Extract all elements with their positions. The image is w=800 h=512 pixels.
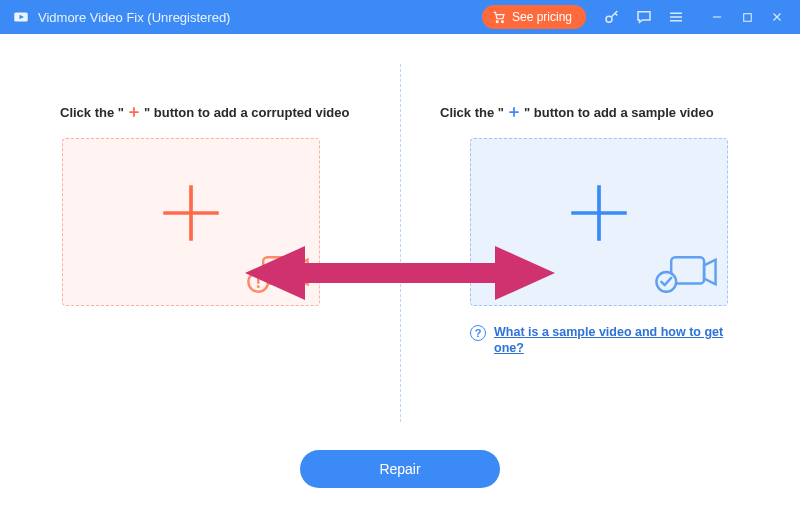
maximize-button[interactable]: [732, 4, 762, 30]
plus-icon: [154, 176, 228, 254]
plus-icon: [562, 176, 636, 254]
feedback-icon[interactable]: [632, 5, 656, 29]
add-sample-video-dropzone[interactable]: [470, 138, 728, 306]
plus-icon: [506, 104, 522, 120]
sample-instruction-post: " button to add a sample video: [524, 105, 714, 120]
svg-point-2: [496, 21, 498, 23]
repair-button[interactable]: Repair: [300, 450, 500, 488]
see-pricing-button[interactable]: See pricing: [482, 5, 586, 29]
add-corrupted-video-dropzone[interactable]: [62, 138, 320, 306]
see-pricing-label: See pricing: [512, 10, 572, 24]
corrupted-instruction: Click the " " button to add a corrupted …: [60, 104, 380, 120]
app-logo-icon: [12, 8, 30, 26]
corrupted-instruction-pre: Click the ": [60, 105, 124, 120]
corrupted-video-panel: Click the " " button to add a corrupted …: [60, 104, 380, 306]
svg-point-8: [257, 285, 260, 288]
vertical-divider: [400, 64, 401, 422]
corrupted-instruction-post: " button to add a corrupted video: [144, 105, 350, 120]
svg-rect-5: [743, 13, 751, 21]
sample-video-icon: [653, 249, 719, 299]
sample-instruction: Click the " " button to add a sample vid…: [440, 104, 760, 120]
titlebar: Vidmore Video Fix (Unregistered) See pri…: [0, 0, 800, 34]
question-icon: ?: [470, 325, 486, 341]
sample-help-link[interactable]: What is a sample video and how to get on…: [494, 324, 730, 357]
plus-icon: [126, 104, 142, 120]
app-title: Vidmore Video Fix (Unregistered): [38, 10, 230, 25]
menu-icon[interactable]: [664, 5, 688, 29]
sample-help-row: ? What is a sample video and how to get …: [470, 324, 730, 357]
minimize-button[interactable]: [702, 4, 732, 30]
window-controls: [702, 4, 792, 30]
sample-video-panel: Click the " " button to add a sample vid…: [440, 104, 760, 357]
close-button[interactable]: [762, 4, 792, 30]
svg-point-4: [606, 16, 612, 22]
main-content: Click the " " button to add a corrupted …: [0, 34, 800, 512]
svg-point-3: [502, 21, 504, 23]
cart-icon: [492, 10, 506, 24]
sample-instruction-pre: Click the ": [440, 105, 504, 120]
key-icon[interactable]: [600, 5, 624, 29]
corrupted-video-icon: [245, 249, 311, 299]
